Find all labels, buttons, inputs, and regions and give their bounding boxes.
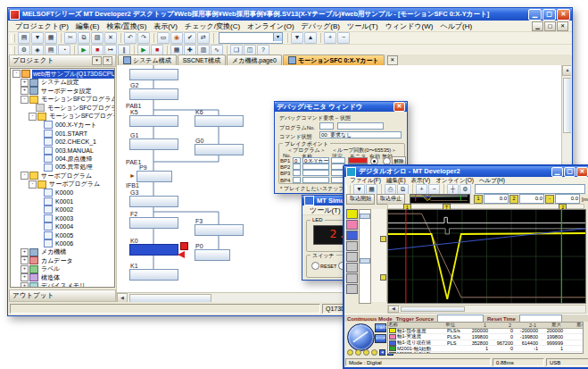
cursor-value-field[interactable]: 0.0 <box>555 194 580 204</box>
level-marker[interactable] <box>380 236 386 242</box>
tree-item[interactable]: K0001 <box>11 197 114 206</box>
bp-num-field[interactable] <box>293 164 301 170</box>
indicator-icon[interactable] <box>355 349 361 356</box>
maximize-button[interactable]: ▢ <box>564 167 576 177</box>
tree-item[interactable]: -モーションSFCプログラム <box>11 96 114 105</box>
tree-item[interactable]: K0000 <box>11 189 114 197</box>
bp-name-field[interactable]: 0:X-Yカート <box>302 157 329 164</box>
channel-button[interactable] <box>346 284 358 294</box>
prev-icon[interactable]: ◀ <box>379 349 385 356</box>
tree-item[interactable]: -サーボプログラム <box>11 180 114 189</box>
menu-item[interactable]: 検索/置換(S) <box>103 21 150 31</box>
debug-icon[interactable]: ◉ <box>170 32 183 44</box>
cursor-icon[interactable]: ┼ <box>447 184 459 195</box>
tab-active[interactable]: モーションSFC 0:X-Yカート <box>283 55 385 65</box>
tree-item[interactable]: +デバイスメモリ <box>11 282 114 289</box>
redo-icon[interactable]: ↷ <box>137 32 150 44</box>
scroll-left-icon[interactable]: ◀ <box>117 293 128 302</box>
new-icon[interactable]: ▤ <box>18 32 30 44</box>
sfc-step[interactable] <box>195 224 244 236</box>
zoom-out-icon[interactable]: − <box>428 184 440 195</box>
zoom-out-icon[interactable]: − <box>337 32 350 44</box>
slider-handle[interactable] <box>360 214 370 219</box>
delete-icon[interactable]: ✕ <box>104 32 117 44</box>
cut-icon[interactable]: ✂ <box>64 32 77 44</box>
channel-button[interactable] <box>346 273 358 283</box>
capture-button[interactable]: 取込開始 <box>346 194 375 205</box>
scroll-up-icon[interactable]: ▲ <box>562 65 571 76</box>
mdi-restore-button[interactable]: ▢ <box>544 21 556 31</box>
toolbar-grip[interactable] <box>11 46 15 55</box>
tab-inactive[interactable]: SSCNET構成 <box>178 55 226 65</box>
sfc-step[interactable] <box>129 138 178 150</box>
channel-button[interactable] <box>346 263 358 273</box>
indicator-icon[interactable] <box>347 349 353 356</box>
copy-icon[interactable]: ⧉ <box>78 32 90 44</box>
tab-inactive[interactable]: システム構成 <box>118 55 177 65</box>
zoom-in-icon[interactable]: + <box>416 184 427 195</box>
minimize-button[interactable]: ▁ <box>528 9 542 21</box>
slider-handle[interactable] <box>360 258 370 264</box>
toolbar-grip[interactable] <box>346 185 351 194</box>
close-button[interactable]: ✕ <box>557 9 570 21</box>
indicator-icon[interactable] <box>363 349 369 356</box>
tree-item[interactable]: +構造体 <box>11 273 114 282</box>
transport-button[interactable]: STOP <box>375 334 386 343</box>
expand-icon[interactable]: - <box>29 180 37 189</box>
zoom-in-icon[interactable]: + <box>324 32 336 44</box>
menu-item[interactable]: ツール(T) <box>344 21 382 31</box>
settings-icon[interactable]: ⚙ <box>460 184 471 195</box>
expand-icon[interactable]: - <box>21 96 29 104</box>
tree-item[interactable]: モーションSFCプログラム管理 <box>11 104 114 113</box>
tree-item[interactable]: K0005 <box>11 231 114 240</box>
expand-icon[interactable]: - <box>21 172 29 180</box>
tree-item[interactable]: +システム設定 <box>11 79 114 88</box>
mdi-minimize-button[interactable]: ▁ <box>532 21 543 31</box>
tree-item[interactable]: -web用サンプル(Q173DSCPU) <box>11 70 114 79</box>
bp-name-field[interactable] <box>302 170 329 176</box>
check-icon[interactable]: ✔ <box>184 32 196 44</box>
transport-button[interactable]: START <box>375 323 386 332</box>
menu-item[interactable]: ツール(T) <box>306 205 344 215</box>
switch-radio[interactable]: RESET <box>311 262 336 270</box>
close-button[interactable]: ✕ <box>576 167 588 177</box>
level-marker[interactable] <box>380 274 386 281</box>
tree-item[interactable]: 002.CHECK_1 <box>11 138 114 147</box>
tree-item[interactable]: 001.START <box>11 130 114 138</box>
waveform-graph[interactable] <box>387 209 586 304</box>
sfc-step[interactable] <box>195 115 244 127</box>
bp-num-field[interactable]: 0 <box>293 157 301 164</box>
open-icon[interactable]: ▼ <box>31 32 44 44</box>
bp-num-field[interactable] <box>293 170 301 176</box>
convert-icon[interactable]: ⇄ <box>197 32 210 44</box>
menu-item[interactable]: ヘルプ(H) <box>436 21 476 31</box>
menu-item[interactable]: 表示(V) <box>150 21 181 31</box>
bp-name-field[interactable] <box>302 164 329 170</box>
bp-num-field[interactable] <box>293 177 301 183</box>
close-button[interactable]: ✕ <box>393 102 405 112</box>
expand-icon[interactable]: + <box>21 265 29 273</box>
channel-button[interactable] <box>346 209 358 219</box>
sfc-step-selected[interactable] <box>129 244 178 256</box>
expand-icon[interactable]: + <box>21 87 29 95</box>
bp-setting-field[interactable] <box>331 157 345 164</box>
program-no-field1[interactable] <box>319 122 334 130</box>
command-input[interactable] <box>475 184 585 194</box>
minimize-button[interactable]: ▁ <box>551 167 563 177</box>
tab-close-icon[interactable]: ✕ <box>387 55 398 65</box>
scroll-thumb[interactable] <box>563 78 571 133</box>
undo-icon[interactable]: ↶ <box>124 32 137 44</box>
tree-item[interactable]: +カムデータ <box>11 256 114 265</box>
toolbar-combobox[interactable] <box>219 32 283 44</box>
oscilloscope-titlebar[interactable]: デジタルオシロ - MT Developer2 ▁▢✕ <box>344 166 588 177</box>
output-panel-tab[interactable]: アウトプット <box>9 289 116 302</box>
capture-button[interactable]: 取込停止 <box>377 194 405 205</box>
menu-item[interactable]: オンライン(O) <box>244 21 298 31</box>
expand-icon[interactable]: - <box>12 70 21 78</box>
tree-item[interactable]: K0006 <box>11 239 114 248</box>
maximize-button[interactable]: ▢ <box>542 9 556 21</box>
tree-item[interactable]: +メカ機構 <box>11 248 114 257</box>
pin-icon[interactable]: ▾ <box>92 56 102 65</box>
scroll-left-icon[interactable]: ◀ <box>388 306 399 313</box>
vertical-slider[interactable] <box>359 209 371 304</box>
